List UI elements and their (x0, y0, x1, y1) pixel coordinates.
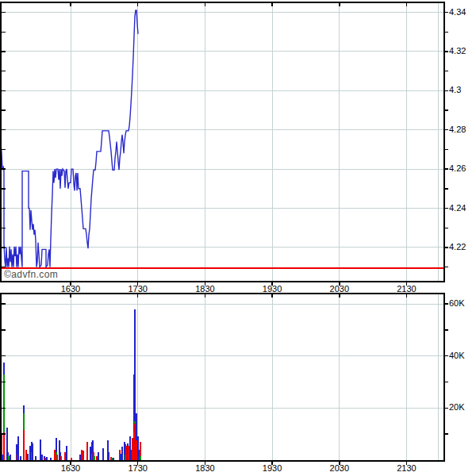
volume-bar-segment (120, 454, 121, 460)
volume-bar-segment (113, 458, 114, 460)
volume-bar-segment (83, 451, 84, 460)
volume-y-tick-label: 40K (449, 351, 465, 360)
volume-bar-segment (138, 450, 140, 460)
volume-bar-segment (134, 309, 136, 421)
volume-bar-segment (3, 374, 5, 433)
volume-bar-segment (66, 446, 67, 460)
volume-bar-segment (17, 436, 19, 460)
volume-bar-segment (90, 447, 91, 459)
volume-x-tick-label: 1830 (187, 463, 222, 473)
volume-x-tick-label: 1630 (53, 463, 88, 473)
volume-bar-segment (132, 438, 133, 460)
price-y-tick-label: 4.34 (449, 7, 466, 17)
advfn-watermark: ©advfn.com (4, 269, 58, 280)
volume-bar-segment (41, 455, 43, 460)
volume-bar-segment (23, 430, 25, 460)
volume-bar-segment (3, 363, 5, 374)
price-x-tick-label: 1630 (53, 284, 88, 294)
price-y-tick-label: 4.28 (449, 125, 466, 134)
volume-bar-segment (111, 458, 113, 460)
volume-bar-segment (121, 447, 123, 459)
volume-bar-segment (108, 452, 109, 460)
price-x-tick-label: 1930 (255, 284, 290, 294)
volume-bar-segment (98, 452, 99, 460)
price-y-tick-label: 4.3 (449, 85, 461, 94)
volume-bar-segment (50, 458, 52, 460)
price-plot-border (1, 2, 444, 282)
volume-bar-segment (134, 424, 136, 460)
chart-canvas (0, 0, 476, 476)
volume-bar-segment (86, 442, 88, 460)
volume-bar-segment (23, 413, 25, 430)
volume-bar-segment (29, 446, 31, 460)
price-y-tick-label: 4.22 (449, 242, 466, 251)
volume-x-tick-label: 1730 (121, 463, 155, 473)
price-y-tick-label: 4.26 (449, 163, 466, 173)
volume-bar-segment (40, 440, 41, 460)
volume-bar-segment (128, 446, 129, 460)
volume-bar-segment (102, 448, 104, 460)
volume-bar-segment (35, 456, 36, 460)
price-line-series (1, 10, 138, 267)
volume-bar-segment (44, 458, 46, 460)
price-x-tick-label: 1830 (187, 284, 222, 294)
price-x-tick-label: 2030 (322, 284, 357, 294)
volume-bar-segment (56, 455, 58, 460)
volume-y-tick-label: 60K (449, 298, 465, 308)
volume-bar-segment (60, 456, 62, 460)
volume-x-tick-label: 2030 (322, 463, 357, 473)
advfn-intraday-chart: ©advfn.com 4.344.324.34.284.264.244.2260… (0, 0, 476, 476)
price-y-tick-label: 4.32 (449, 46, 466, 56)
volume-bar-segment (130, 450, 132, 460)
volume-plot-border (1, 294, 444, 461)
volume-bar-segment (79, 455, 81, 460)
volume-bar-segment (32, 443, 33, 460)
volume-bar-segment (134, 421, 136, 424)
volume-bar-segment (140, 456, 141, 460)
volume-bar-segment (23, 405, 25, 413)
price-x-tick-label: 1730 (121, 284, 155, 294)
volume-bar-segment (46, 457, 48, 460)
volume-bar-segment (94, 456, 95, 460)
volume-bar-segment (136, 413, 137, 440)
volume-x-tick-label: 2130 (390, 463, 424, 473)
volume-bar-segment (20, 456, 21, 460)
volume-bar-segment (96, 456, 98, 460)
volume-bar-segment (56, 438, 57, 452)
volume-bar-segment (71, 458, 72, 460)
volume-bar-segment (3, 432, 5, 459)
volume-bar-segment (8, 456, 10, 460)
price-y-tick-label: 4.24 (449, 203, 466, 213)
price-x-tick-label: 2130 (390, 284, 424, 294)
volume-bar-segment (140, 442, 141, 456)
volume-bar-segment (27, 454, 29, 460)
volume-bar-segment (10, 455, 11, 460)
volume-y-tick-label: 20K (449, 402, 465, 412)
volume-x-tick-label: 1930 (255, 463, 290, 473)
